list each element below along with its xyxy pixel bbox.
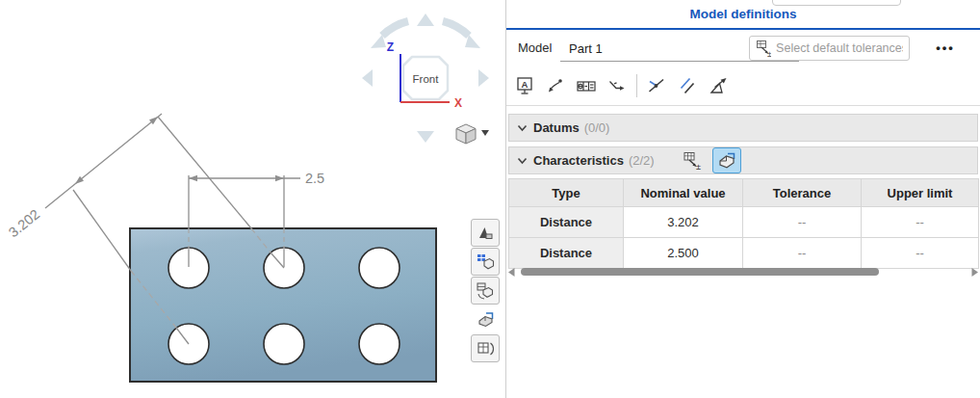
view-cube-label: Front <box>413 73 440 85</box>
model-row: Model Part 1 ▼ ± Select default toleranc… <box>506 30 980 66</box>
export-part-button[interactable] <box>712 147 741 173</box>
intersection-constraint-icon <box>646 75 667 96</box>
scroll-left-icon[interactable] <box>508 268 515 277</box>
leader-dimension-button[interactable] <box>542 73 568 99</box>
model-table-view-button[interactable] <box>471 248 500 276</box>
cell-upper[interactable]: -- <box>862 207 979 238</box>
model-canvas: 3.202 2.5 <box>0 0 505 398</box>
parallel-constraint-button[interactable] <box>674 73 700 99</box>
table-rotate-view-icon <box>476 339 495 358</box>
roll-left-arrow-icon <box>382 21 408 36</box>
roll-right-arrow-icon <box>443 21 469 36</box>
rotate-up-arrow-icon <box>417 13 434 26</box>
ellipsis-icon: ••• <box>936 40 955 55</box>
scroll-right-icon[interactable] <box>971 268 978 277</box>
panel-title: Model definitions <box>690 7 797 21</box>
datum-feature-icon: A <box>514 75 535 96</box>
column-header-nominal[interactable]: Nominal value <box>624 179 743 207</box>
view-options-cube-button[interactable] <box>456 124 489 144</box>
column-header-type[interactable]: Type <box>509 179 624 207</box>
datum-target-icon <box>708 75 729 96</box>
svg-text:A: A <box>521 79 528 90</box>
column-header-upper[interactable]: Upper limit <box>862 179 979 207</box>
angle-dimension-icon <box>606 75 628 96</box>
chevron-down-icon <box>517 124 528 132</box>
cell-type[interactable]: Distance <box>509 207 624 238</box>
cell-upper[interactable]: -- <box>862 238 979 269</box>
dimension-horizontal-label[interactable]: 2.5 <box>305 171 324 186</box>
feature-control-frame-icon <box>576 75 597 96</box>
intersection-constraint-button[interactable] <box>643 73 669 99</box>
model-definitions-panel: Model definitions Model Part 1 ▼ ± Selec… <box>506 0 980 398</box>
table-horizontal-scrollbar[interactable] <box>506 265 980 279</box>
scrollbar-thumb[interactable] <box>521 268 879 276</box>
cell-type[interactable]: Distance <box>509 238 624 269</box>
table-row[interactable]: Distance 3.202 -- -- <box>509 207 979 238</box>
view-cube-front-face[interactable]: Front <box>403 57 448 99</box>
datum-feature-button[interactable]: A <box>511 73 537 99</box>
active-model-view-button[interactable] <box>471 305 500 333</box>
column-header-tolerance[interactable]: Tolerance <box>743 179 862 207</box>
table-header-row: Type Nominal value Tolerance Upper limit <box>509 179 979 207</box>
annotation-toolbar: A <box>506 66 980 106</box>
overflow-menu-button[interactable]: ••• <box>928 35 963 60</box>
leader-dimension-icon <box>545 75 566 96</box>
model-label: Model <box>518 40 552 55</box>
dimension-diagonal-label[interactable]: 3.202 <box>6 206 42 240</box>
axis-z-label: Z <box>387 40 394 54</box>
chevron-down-icon <box>517 157 528 165</box>
rotate-table-view-icon <box>476 281 495 301</box>
panel-title-bar: Model definitions <box>506 0 980 30</box>
characteristics-table: Type Nominal value Tolerance Upper limit… <box>508 178 979 269</box>
parallel-constraint-icon <box>677 75 698 96</box>
cell-tolerance[interactable]: -- <box>743 238 862 269</box>
add-tolerances-icon: ± <box>683 151 704 171</box>
rotate-table-view-button[interactable] <box>471 277 500 305</box>
export-part-icon <box>716 151 737 171</box>
view-options-caret-icon <box>481 130 489 136</box>
axis-x-label: X <box>454 96 462 110</box>
rotate-left-arrow-icon <box>362 69 373 87</box>
characteristics-section-count: (2/2) <box>629 153 655 168</box>
add-tolerances-button[interactable]: ± <box>680 148 707 173</box>
default-tolerances-button[interactable]: ± Select default tolerances... <box>749 36 910 61</box>
cell-tolerance[interactable]: -- <box>743 207 862 238</box>
datums-section-label: Datums <box>533 120 580 135</box>
rotate-down-arrow-icon <box>417 131 434 143</box>
default-tolerances-placeholder: Select default tolerances... <box>776 41 903 55</box>
table-rotate-view-button[interactable] <box>471 334 500 362</box>
active-model-view-icon <box>476 310 495 330</box>
characteristics-section-label: Characteristics <box>533 153 624 168</box>
cell-nominal[interactable]: 3.202 <box>624 207 743 238</box>
appearance-view-icon <box>476 224 495 243</box>
svg-text:±: ± <box>767 49 771 58</box>
tolerance-table-icon: ± <box>756 40 771 57</box>
angle-dimension-button[interactable] <box>604 73 630 99</box>
appearance-view-button[interactable] <box>471 219 500 247</box>
characteristics-section-header[interactable]: Characteristics (2/2) ± <box>508 146 978 174</box>
rotate-right-arrow-icon <box>478 69 489 87</box>
cell-nominal[interactable]: 2.500 <box>624 238 743 269</box>
model-table-view-icon <box>476 252 495 272</box>
datum-target-button[interactable] <box>705 73 731 99</box>
feature-control-frame-button[interactable] <box>573 73 599 99</box>
model-dropdown-value: Part 1 <box>569 41 603 56</box>
datums-section-count: (0/0) <box>584 120 610 135</box>
model-viewport[interactable]: 3.202 2.5 <box>0 0 505 398</box>
datums-section-header[interactable]: Datums (0/0) <box>508 114 978 142</box>
plate-part[interactable] <box>130 228 436 382</box>
app-window: 3.202 2.5 <box>0 0 980 398</box>
display-toolbar <box>471 219 502 362</box>
svg-text:±: ± <box>696 162 701 171</box>
toolbar-separator <box>636 74 637 97</box>
table-row[interactable]: Distance 2.500 -- -- <box>509 238 979 269</box>
